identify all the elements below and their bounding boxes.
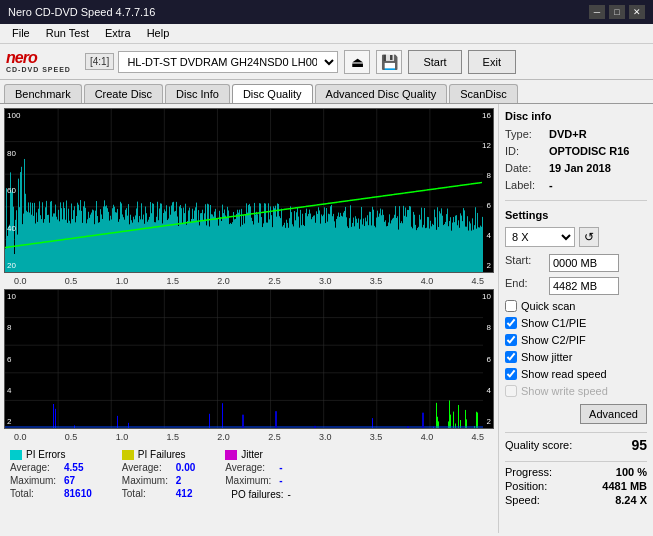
menubar: File Run Test Extra Help bbox=[0, 24, 653, 44]
start-button[interactable]: Start bbox=[408, 50, 461, 74]
jitter-title: Jitter bbox=[241, 449, 263, 460]
main-content: 10080604020 16128642 0.00.51.01.52.02.53… bbox=[0, 104, 653, 533]
tab-benchmark[interactable]: Benchmark bbox=[4, 84, 82, 103]
drive-dropdown[interactable]: HL-DT-ST DVDRAM GH24NSD0 LH00 bbox=[118, 51, 338, 73]
bottom-chart: 108642 108642 bbox=[4, 289, 494, 429]
advanced-button[interactable]: Advanced bbox=[580, 404, 647, 424]
tab-disc-quality[interactable]: Disc Quality bbox=[232, 84, 313, 103]
progress-section: Progress: 100 % Position: 4481 MB Speed:… bbox=[505, 461, 647, 508]
disc-label-row: Label: - bbox=[505, 179, 647, 191]
c2pif-checkbox[interactable] bbox=[505, 334, 517, 346]
top-chart-x-axis: 0.00.51.01.52.02.53.03.54.04.5 bbox=[4, 275, 494, 287]
disc-date-row: Date: 19 Jan 2018 bbox=[505, 162, 647, 174]
tab-disc-info[interactable]: Disc Info bbox=[165, 84, 230, 103]
quality-label: Quality score: bbox=[505, 439, 572, 451]
chart-area: 10080604020 16128642 0.00.51.01.52.02.53… bbox=[0, 104, 498, 533]
jitter-legend: Jitter Average: - Maximum: - PO failures… bbox=[225, 449, 297, 501]
disc-info-title: Disc info bbox=[505, 110, 647, 122]
pi-errors-title: PI Errors bbox=[26, 449, 65, 460]
drive-label: [4:1] bbox=[85, 53, 114, 70]
top-chart-canvas bbox=[5, 109, 483, 272]
position-row: Position: 4481 MB bbox=[505, 480, 647, 492]
quick-scan-label[interactable]: Quick scan bbox=[521, 300, 575, 312]
menu-run-test[interactable]: Run Test bbox=[38, 26, 97, 41]
write-speed-checkbox[interactable] bbox=[505, 385, 517, 397]
write-speed-row: Show write speed bbox=[505, 385, 647, 397]
pi-failures-title: PI Failures bbox=[138, 449, 186, 460]
quick-scan-checkbox[interactable] bbox=[505, 300, 517, 312]
eject-icon-button[interactable]: ⏏ bbox=[344, 50, 370, 74]
right-panel: Disc info Type: DVD+R ID: OPTODISC R16 D… bbox=[498, 104, 653, 533]
tab-advanced-disc-quality[interactable]: Advanced Disc Quality bbox=[315, 84, 448, 103]
start-row: Start: bbox=[505, 254, 647, 272]
read-speed-label[interactable]: Show read speed bbox=[521, 368, 607, 380]
minimize-button[interactable]: ─ bbox=[589, 5, 605, 19]
refresh-button[interactable]: ↺ bbox=[579, 227, 599, 247]
titlebar-controls: ─ □ ✕ bbox=[589, 5, 645, 19]
jitter-label[interactable]: Show jitter bbox=[521, 351, 572, 363]
menu-extra[interactable]: Extra bbox=[97, 26, 139, 41]
c2pif-row: Show C2/PIF bbox=[505, 334, 647, 346]
settings-title: Settings bbox=[505, 209, 647, 221]
quick-scan-row: Quick scan bbox=[505, 300, 647, 312]
pi-errors-color bbox=[10, 450, 22, 460]
pi-failures-legend: PI Failures Average: 0.00 Maximum: 2 Tot… bbox=[122, 449, 195, 501]
jitter-color bbox=[225, 450, 237, 460]
tab-create-disc[interactable]: Create Disc bbox=[84, 84, 163, 103]
read-speed-row: Show read speed bbox=[505, 368, 647, 380]
pi-failures-color bbox=[122, 450, 134, 460]
write-speed-label[interactable]: Show write speed bbox=[521, 385, 608, 397]
bottom-chart-x-axis: 0.00.51.01.52.02.53.03.54.04.5 bbox=[4, 431, 494, 443]
tab-bar: Benchmark Create Disc Disc Info Disc Qua… bbox=[0, 80, 653, 104]
titlebar-title: Nero CD-DVD Speed 4.7.7.16 bbox=[8, 6, 155, 18]
po-failures: PO failures: - bbox=[225, 488, 297, 501]
disc-type-row: Type: DVD+R bbox=[505, 128, 647, 140]
speed-dropdown[interactable]: 8 X bbox=[505, 227, 575, 247]
close-button[interactable]: ✕ bbox=[629, 5, 645, 19]
disc-id-row: ID: OPTODISC R16 bbox=[505, 145, 647, 157]
jitter-checkbox[interactable] bbox=[505, 351, 517, 363]
quality-value: 95 bbox=[631, 437, 647, 453]
bottom-chart-canvas bbox=[5, 290, 483, 428]
legend-area: PI Errors Average: 4.55 Maximum: 67 Tota… bbox=[4, 445, 494, 505]
quality-row: Quality score: 95 bbox=[505, 432, 647, 453]
speed-row: Speed: 8.24 X bbox=[505, 494, 647, 506]
c1pie-checkbox[interactable] bbox=[505, 317, 517, 329]
titlebar: Nero CD-DVD Speed 4.7.7.16 ─ □ ✕ bbox=[0, 0, 653, 24]
drive-selector: [4:1] HL-DT-ST DVDRAM GH24NSD0 LH00 bbox=[85, 51, 338, 73]
progress-row: Progress: 100 % bbox=[505, 466, 647, 478]
exit-button[interactable]: Exit bbox=[468, 50, 516, 74]
read-speed-checkbox[interactable] bbox=[505, 368, 517, 380]
tab-scan-disc[interactable]: ScanDisc bbox=[449, 84, 517, 103]
c1pie-label[interactable]: Show C1/PIE bbox=[521, 317, 586, 329]
menu-help[interactable]: Help bbox=[139, 26, 178, 41]
toolbar: nero CD-DVD SPEED [4:1] HL-DT-ST DVDRAM … bbox=[0, 44, 653, 80]
c2pif-label[interactable]: Show C2/PIF bbox=[521, 334, 586, 346]
nero-logo: nero CD-DVD SPEED bbox=[6, 50, 71, 73]
menu-file[interactable]: File bbox=[4, 26, 38, 41]
jitter-row: Show jitter bbox=[505, 351, 647, 363]
pi-errors-legend: PI Errors Average: 4.55 Maximum: 67 Tota… bbox=[10, 449, 92, 501]
start-input[interactable] bbox=[549, 254, 619, 272]
maximize-button[interactable]: □ bbox=[609, 5, 625, 19]
speed-settings-row: 8 X ↺ bbox=[505, 227, 647, 247]
end-input[interactable] bbox=[549, 277, 619, 295]
save-icon-button[interactable]: 💾 bbox=[376, 50, 402, 74]
bottom-chart-y-right: 108642 bbox=[482, 290, 491, 428]
top-chart-y-right: 16128642 bbox=[482, 109, 491, 272]
c1pie-row: Show C1/PIE bbox=[505, 317, 647, 329]
top-chart: 10080604020 16128642 bbox=[4, 108, 494, 273]
end-row: End: bbox=[505, 277, 647, 295]
